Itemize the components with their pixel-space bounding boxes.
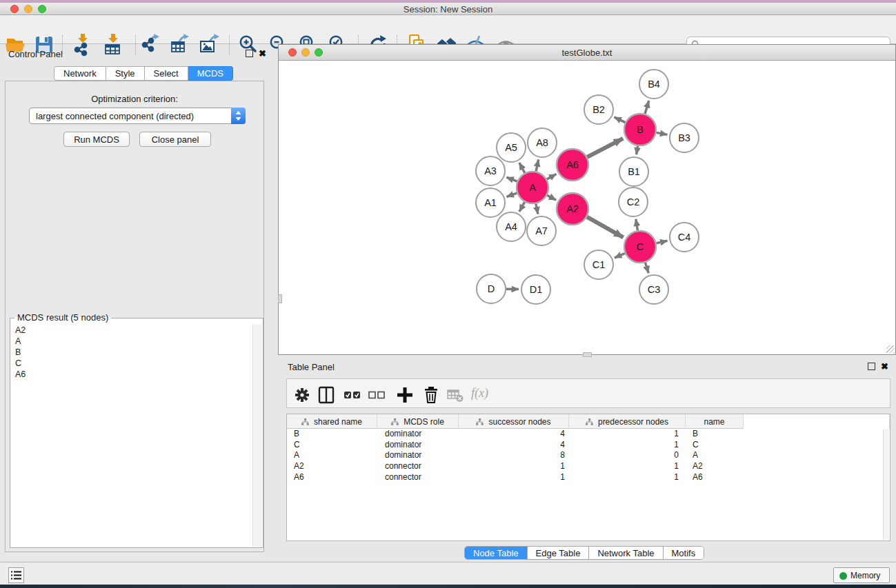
tab-select[interactable]: Select	[145, 66, 188, 81]
tab-network[interactable]: Network	[54, 66, 106, 81]
column-header-shared-name[interactable]: shared name	[287, 414, 377, 429]
header-filler	[744, 414, 890, 429]
table-cell: 4	[459, 440, 569, 451]
close-table-panel-icon[interactable]: ✖	[881, 363, 888, 370]
settings-gear-icon[interactable]	[292, 385, 312, 405]
task-history-button[interactable]	[8, 567, 24, 583]
mcds-result-item[interactable]: C	[11, 358, 252, 369]
mcds-result-item[interactable]: B	[11, 347, 252, 358]
network-resize-grip[interactable]	[886, 345, 895, 354]
mcds-list-scrollbar[interactable]	[252, 325, 262, 547]
delete-table-icon[interactable]	[445, 385, 466, 405]
tab-node-table[interactable]: Node Table	[465, 547, 528, 559]
graph-node-label: A4	[505, 221, 517, 232]
graph-node-label: C	[637, 241, 644, 252]
network-window-title: testGlobe.txt	[279, 48, 895, 58]
table-cell: B	[686, 429, 744, 440]
network-canvas[interactable]: B4B2BB3A5A8A6A3B1AC2A1A2A4A7C4CC1C3DD1	[279, 61, 895, 354]
column-header-successor-nodes[interactable]: successor nodes	[459, 414, 569, 429]
network-window-titlebar[interactable]: testGlobe.txt	[279, 45, 895, 61]
export-image-icon[interactable]	[198, 33, 221, 57]
table-row[interactable]: Cdominator41C	[287, 440, 890, 451]
tab-motifs[interactable]: Motifs	[664, 547, 704, 559]
graph-edge-B-B2[interactable]	[615, 117, 626, 123]
graph-edge-C-C4[interactable]	[656, 241, 667, 243]
memory-button[interactable]: Memory	[833, 567, 890, 583]
criterion-select[interactable]: largest connected component (directed)	[29, 108, 246, 124]
select-all-rows-icon[interactable]	[343, 385, 364, 405]
graph-edge-C-C1[interactable]	[615, 254, 625, 258]
graph-edge-A-A1[interactable]	[507, 193, 517, 196]
graph-node-label: B	[637, 124, 644, 135]
export-network-icon[interactable]	[139, 33, 163, 57]
graph-edge-B-B3[interactable]	[657, 132, 668, 134]
graph-edge-A2-C[interactable]	[587, 217, 624, 238]
graph-node-label: B1	[628, 166, 640, 177]
mcds-result-item[interactable]: A	[11, 336, 252, 347]
graph-edge-C-C3[interactable]	[645, 263, 648, 273]
table-row[interactable]: A2connector11A2	[287, 461, 890, 472]
close-panel-icon[interactable]: ✖	[259, 50, 266, 57]
graph-node-label: C3	[648, 284, 661, 295]
tab-edge-table[interactable]: Edge Table	[528, 547, 590, 559]
run-mcds-button[interactable]: Run MCDS	[63, 132, 130, 147]
select-stepper-icon	[231, 108, 246, 124]
desktop-wallpaper-bottom	[0, 585, 896, 588]
graph-node-label: A1	[484, 197, 497, 208]
tab-style[interactable]: Style	[106, 66, 145, 81]
node-table: shared nameMCDS rolesuccessor nodesprede…	[286, 414, 890, 541]
graph-edge-A-A4[interactable]	[519, 202, 525, 212]
add-column-icon[interactable]	[395, 385, 415, 405]
graph-edge-B-B4[interactable]	[645, 101, 649, 114]
toggle-columns-icon[interactable]	[316, 385, 337, 405]
tab-mcds[interactable]: MCDS	[188, 66, 233, 81]
column-header-MCDS-role[interactable]: MCDS role	[377, 414, 459, 429]
horizontal-divider-grip[interactable]	[583, 352, 592, 357]
table-cell: dominator	[377, 429, 459, 440]
vertical-divider-grip[interactable]	[278, 294, 282, 303]
mcds-result-item[interactable]: A6	[11, 369, 252, 380]
close-panel-button[interactable]: Close panel	[139, 132, 211, 147]
graph-node-label: A6	[566, 159, 579, 170]
graph-edge-A-A8[interactable]	[536, 159, 539, 171]
table-row[interactable]: A6connector11A6	[287, 472, 890, 483]
table-cell: 1	[459, 461, 569, 472]
graph-node-label: D	[488, 283, 495, 294]
column-header-name[interactable]: name	[686, 414, 744, 429]
mcds-result-item[interactable]: A2	[11, 325, 252, 336]
import-network-icon[interactable]	[71, 33, 94, 57]
table-cell: A6	[287, 472, 377, 483]
memory-status-icon	[839, 572, 847, 580]
graph-edge-A-A6[interactable]	[547, 174, 557, 179]
table-body: Bdominator41BCdominator41CAdominator80AA…	[287, 429, 890, 483]
float-table-panel-icon[interactable]	[868, 363, 875, 370]
graph-edge-A-A2[interactable]	[547, 195, 556, 200]
graph-edge-B-B1[interactable]	[637, 146, 638, 155]
graph-edge-A-A5[interactable]	[519, 163, 525, 173]
table-panel-tabs: Node TableEdge TableNetwork TableMotifs	[464, 546, 704, 560]
function-builder-icon: f(x)	[471, 386, 488, 401]
mcds-result-group: MCDS result (5 nodes) A2ABCA6	[10, 318, 263, 548]
mcds-result-list: A2ABCA6	[11, 325, 252, 547]
graph-edge-A6-B[interactable]	[587, 139, 623, 157]
graph-edge-A-A3[interactable]	[506, 177, 517, 181]
table-row[interactable]: Adominator80A	[287, 450, 890, 461]
column-header-predecessor-nodes[interactable]: predecessor nodes	[569, 414, 686, 429]
graph-edge-C-C2[interactable]	[636, 219, 638, 231]
float-panel-icon[interactable]	[246, 50, 253, 57]
control-panel-tabs: NetworkStyleSelectMCDS	[54, 66, 233, 81]
import-table-icon[interactable]	[101, 33, 125, 57]
export-table-icon[interactable]	[168, 33, 192, 57]
table-scrollbar[interactable]	[883, 429, 889, 540]
table-row[interactable]: Bdominator41B	[287, 429, 890, 440]
graph-edge-A-A7[interactable]	[536, 204, 538, 214]
attribute-type-icon	[586, 418, 593, 425]
memory-label: Memory	[850, 571, 880, 580]
status-bar: Memory	[0, 562, 896, 585]
table-cell: 1	[569, 461, 686, 472]
deselect-all-rows-icon[interactable]	[367, 385, 388, 405]
table-cell: C	[287, 440, 377, 451]
tab-network-table[interactable]: Network Table	[589, 547, 663, 559]
delete-column-icon[interactable]	[421, 385, 441, 405]
control-panel-title: Control Panel	[8, 49, 63, 59]
